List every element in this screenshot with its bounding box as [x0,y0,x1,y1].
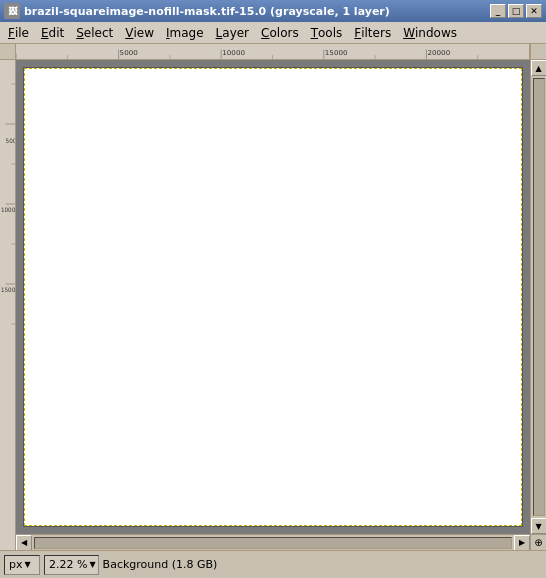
ruler-scroll-spacer [530,44,546,60]
svg-text:10000: 10000 [222,50,245,58]
canvas-scroll-area: ▲ ▼ ◀ ▶ ⊕ [16,60,546,550]
svg-text:5000: 5000 [120,50,138,58]
menu-file[interactable]: File [2,23,35,43]
minimize-button[interactable]: _ [490,4,506,18]
scroll-up-button[interactable]: ▲ [531,60,547,76]
svg-text:1500: 1500 [1,287,15,293]
horizontal-ruler: 5000 10000 15000 20000 [16,44,530,60]
svg-text:15000: 15000 [325,50,348,58]
status-info: Background (1.8 GB) [103,558,218,571]
menu-colors[interactable]: Colors [255,23,305,43]
content-row: 500 1000 1500 ▲ ▼ [0,60,546,550]
horizontal-scrollbar[interactable]: ◀ ▶ [16,534,530,550]
zoom-dropdown-arrow[interactable]: ▼ [89,560,95,569]
menu-select[interactable]: Select [70,23,119,43]
svg-text:1000: 1000 [1,207,15,213]
scroll-right-button[interactable]: ▶ [514,535,530,551]
svg-text:20000: 20000 [427,50,450,58]
maximize-button[interactable]: □ [508,4,524,18]
ruler-row: 5000 10000 15000 20000 [0,44,546,60]
canvas-area: 5000 10000 15000 20000 50 [0,44,546,550]
menu-tools[interactable]: Tools [305,23,349,43]
scroll-left-button[interactable]: ◀ [16,535,32,551]
vertical-ruler: 500 1000 1500 [0,60,16,550]
scroll-track-v[interactable] [533,78,545,516]
menu-layer[interactable]: Layer [210,23,255,43]
menu-bar: File Edit Select View Image Layer Colors… [0,22,546,44]
zoom-selector[interactable]: 2.22 % ▼ [44,555,99,575]
unit-dropdown-arrow[interactable]: ▼ [25,560,31,569]
scroll-down-button[interactable]: ▼ [531,518,547,534]
canvas-image [24,68,522,526]
menu-view[interactable]: View [119,23,160,43]
zoom-label: 2.22 % [47,558,89,571]
app-icon: 🖼 [4,3,20,19]
scroll-corner-button[interactable]: ⊕ [530,534,546,550]
vertical-scrollbar[interactable]: ▲ ▼ [530,60,546,534]
canvas-container [16,60,530,534]
menu-filters[interactable]: Filters [348,23,397,43]
scroll-track-h[interactable] [34,537,512,549]
unit-label: px [7,558,25,571]
svg-text:500: 500 [6,138,15,144]
unit-selector[interactable]: px ▼ [4,555,40,575]
ruler-corner [0,44,16,60]
status-bar: px ▼ 2.22 % ▼ Background (1.8 GB) [0,550,546,578]
close-button[interactable]: ✕ [526,4,542,18]
menu-windows[interactable]: Windows [397,23,463,43]
window-controls: _ □ ✕ [490,4,542,18]
title-bar: 🖼 brazil-squareimage-nofill-mask.tif-15.… [0,0,546,22]
menu-image[interactable]: Image [160,23,210,43]
menu-edit[interactable]: Edit [35,23,70,43]
window-title: brazil-squareimage-nofill-mask.tif-15.0 … [24,5,490,18]
